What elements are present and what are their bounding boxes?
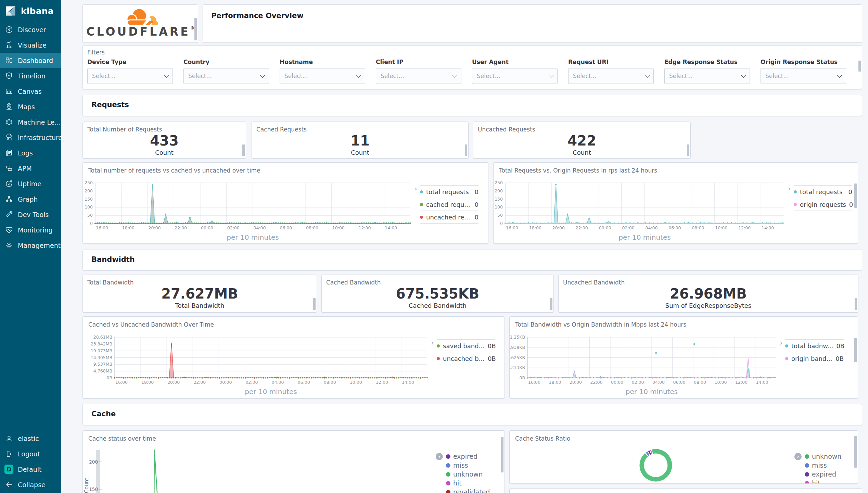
device-type-select[interactable]: Select...	[87, 68, 173, 84]
legend-label: unknown	[453, 470, 483, 478]
kibana-logo[interactable]: kibana	[0, 0, 61, 22]
default-space-badge: D	[4, 465, 13, 474]
svg-text:02:00: 02:00	[245, 380, 258, 385]
legend-dot	[420, 203, 423, 206]
scrollbar-thumb[interactable]	[687, 144, 689, 156]
legend-item-unknown[interactable]: unknown	[805, 452, 858, 461]
sidebar-item-graph[interactable]: Graph	[0, 191, 61, 207]
legend-expand-icon[interactable]: ›	[431, 339, 434, 347]
scrollbar-thumb[interactable]	[854, 338, 857, 362]
metric-sub-label: Total Bandwidth	[83, 302, 317, 309]
chart-panel-requests-over-time: Total number of requests vs cached vs un…	[82, 162, 488, 244]
sidebar-item-monitoring[interactable]: Monitoring	[0, 222, 61, 238]
svg-text:14:00: 14:00	[402, 380, 414, 385]
scrollbar-thumb[interactable]	[242, 144, 245, 156]
svg-text:per 10 minutes: per 10 minutes	[245, 388, 297, 396]
legend-item-expired[interactable]: expired	[805, 470, 858, 479]
legend-item-miss[interactable]: miss	[446, 461, 504, 470]
legend-item-total-requests[interactable]: total requests0	[794, 185, 852, 198]
scrollbar-thumb[interactable]	[550, 298, 552, 310]
user-agent-select[interactable]: Select...	[472, 68, 558, 84]
svg-text:23.842MB: 23.842MB	[91, 341, 112, 346]
sidebar-item-maps[interactable]: Maps	[0, 99, 61, 114]
legend-item-origin-requests[interactable]: origin requests0	[794, 198, 852, 211]
discover-icon	[4, 25, 13, 34]
filter-edge-response-status: Edge Response StatusSelect...	[664, 59, 750, 84]
legend-expand-icon[interactable]: ›	[780, 339, 782, 347]
svg-text:04:00: 04:00	[652, 380, 665, 385]
legend-item-revalidated[interactable]: revalidated	[446, 488, 504, 493]
request-uri-select[interactable]: Select...	[568, 68, 654, 84]
legend-item-expired[interactable]: expired	[446, 452, 504, 461]
legend-item-uncached-re[interactable]: uncached re...0	[420, 211, 478, 224]
dashboard-title-panel: Performance Overview	[203, 4, 862, 43]
legend-item-hit[interactable]: hit	[805, 479, 858, 484]
filter-label-device-type: Device Type	[87, 59, 173, 65]
origin-response-status-select[interactable]: Select...	[761, 68, 846, 84]
sidebar-item-label: Management	[18, 242, 61, 249]
scrollbar-thumb[interactable]	[465, 144, 467, 156]
select-placeholder: Select...	[477, 73, 500, 79]
svg-text:19.073MB: 19.073MB	[91, 348, 112, 353]
sidebar-item-management[interactable]: Management	[0, 238, 61, 253]
legend-expand-icon[interactable]: ›	[436, 453, 443, 460]
scrollbar-thumb[interactable]	[501, 437, 503, 472]
sidebar-item-infrastructure[interactable]: Infrastructure	[0, 130, 61, 145]
sidebar-item-logout[interactable]: Logout	[0, 446, 61, 462]
sidebar-item-timelion[interactable]: Timelion	[0, 68, 61, 84]
legend-label: unknown	[812, 453, 841, 460]
legend-label: miss	[453, 462, 468, 469]
scrollbar-thumb[interactable]	[854, 436, 857, 468]
legend-item-total-badnw[interactable]: total badnw...0B	[785, 339, 844, 352]
country-select[interactable]: Select...	[183, 68, 269, 84]
legend-expand-icon[interactable]: ›	[794, 453, 802, 460]
legend-dot	[794, 190, 797, 193]
sidebar-item-uptime[interactable]: Uptime	[0, 176, 61, 191]
maps-icon	[4, 102, 13, 111]
sidebar-item-visualize[interactable]: Visualize	[0, 37, 61, 53]
cloudflare-wordmark: CLOUDFLARE®	[86, 26, 194, 37]
sidebar-item-label: Discover	[18, 26, 46, 34]
legend-item-unknown[interactable]: unknown	[446, 470, 504, 479]
scrollbar-thumb[interactable]	[854, 184, 857, 208]
scrollbar-thumb[interactable]	[313, 298, 316, 310]
client-ip-select[interactable]: Select...	[376, 68, 461, 84]
legend-expand-icon[interactable]: ›	[788, 185, 791, 193]
legend-item-total-requests[interactable]: total requests0	[420, 185, 478, 198]
edge-response-status-select[interactable]: Select...	[664, 68, 750, 84]
hostname-select[interactable]: Select...	[280, 68, 365, 84]
sidebar-item-canvas[interactable]: Canvas	[0, 84, 61, 99]
svg-text:08:00: 08:00	[306, 225, 318, 230]
legend-item-origin-band[interactable]: origin band...0B	[785, 352, 844, 365]
sidebar-item-logs[interactable]: Logs	[0, 145, 61, 161]
sidebar-item-elastic[interactable]: elastic	[0, 431, 61, 446]
metric-title: Total Number of Requests	[83, 122, 246, 133]
scrollbar-thumb[interactable]	[858, 61, 861, 72]
svg-text:50: 50	[497, 213, 503, 218]
logs-icon	[4, 149, 13, 157]
scrollbar-thumb[interactable]	[855, 298, 857, 310]
cache-section-header: Cache	[82, 404, 862, 425]
sidebar-item-apm[interactable]: APM	[0, 161, 61, 176]
legend-item-hit[interactable]: hit	[446, 479, 504, 488]
sidebar-item-default[interactable]: DDefault	[0, 462, 61, 477]
sidebar-item-collapse[interactable]: Collapse	[0, 477, 61, 492]
sidebar-item-dev-tools[interactable]: Dev Tools	[0, 207, 61, 222]
infrastructure-icon	[4, 133, 13, 142]
legend-item-cached-requ[interactable]: cached requ...0	[420, 198, 478, 211]
sidebar-item-dashboard[interactable]: Dashboard	[0, 53, 61, 68]
sidebar-item-discover[interactable]: Discover	[0, 22, 61, 37]
legend-dot	[805, 472, 809, 477]
legend-value: 0	[848, 188, 852, 195]
sidebar-item-label: Dev Tools	[18, 211, 49, 218]
legend-item-uncached-b[interactable]: uncached b...0B	[437, 352, 495, 365]
scrollbar-thumb[interactable]	[194, 18, 197, 40]
svg-text:per 10 minutes: per 10 minutes	[618, 233, 671, 241]
sidebar-item-machine-le[interactable]: Machine Le...	[0, 114, 61, 130]
legend-expand-icon[interactable]: ›	[414, 185, 417, 193]
filter-row: Device TypeSelect...CountrySelect...Host…	[83, 56, 862, 84]
svg-text:250: 250	[495, 180, 503, 185]
legend-item-saved-band[interactable]: saved band...0B	[437, 339, 495, 352]
legend-item-miss[interactable]: miss	[805, 461, 858, 470]
chevron-down-icon	[549, 73, 553, 77]
